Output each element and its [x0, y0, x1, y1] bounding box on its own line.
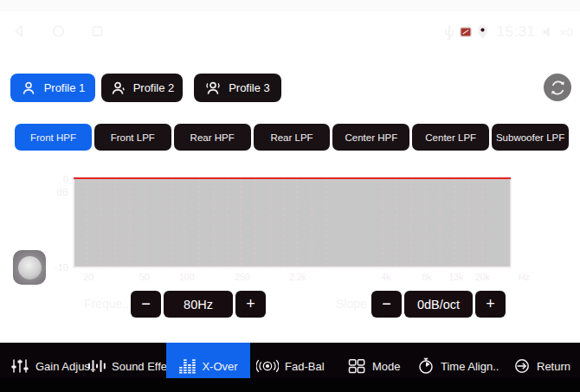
screen: 15:31 ×0 Profile 1Profile 2Profile 3 Fro… [0, 11, 580, 378]
filter-tab-label: Front HPF [30, 132, 76, 143]
home-button[interactable] [51, 23, 66, 39]
plot-area [74, 178, 511, 267]
equalizer-icon [178, 357, 196, 375]
x-tick-label: 8k [422, 272, 432, 282]
filter-tab-label: Center HPF [345, 132, 398, 143]
profile-tab-3[interactable]: Profile 3 [194, 74, 281, 102]
user-icon [21, 80, 36, 96]
filter-tab-label: Center LPF [425, 132, 476, 143]
crossover-chart-svg: 0dB-1020501002502.2k4k8k13k20kHz [43, 171, 533, 286]
filter-tab-front-hpf[interactable]: Front HPF [15, 124, 92, 151]
x-axis-unit: Hz [519, 272, 530, 282]
system-nav [12, 23, 105, 39]
dial-knob[interactable] [13, 250, 46, 285]
nav-item-label: Time Align.. [441, 360, 499, 373]
nav-item-label: X-Over [202, 360, 237, 373]
profile-tab-2[interactable]: Profile 2 [101, 74, 183, 102]
x-tick-label: 2.2k [289, 272, 307, 282]
knob-circle [18, 256, 42, 280]
refresh-icon [549, 79, 567, 97]
top-frame [0, 0, 580, 11]
return-arrow-icon [513, 357, 531, 375]
filter-tab-label: Subwoofer LPF [496, 132, 564, 143]
y-axis-label: dB [57, 187, 68, 197]
status-icons: 15:31 ×0 [443, 19, 573, 45]
filter-tab-subwoofer-lpf[interactable]: Subwoofer LPF [492, 124, 569, 151]
filter-tab-bar: Front HPFFront LPFRear HPFRear LPFCenter… [15, 124, 569, 151]
sd-card-icon [460, 27, 472, 37]
x-tick-label: 20k [475, 272, 491, 282]
x-tick-label: 50 [139, 272, 150, 282]
mode-grid-icon [347, 357, 366, 375]
profile-tab-label: Profile 2 [133, 81, 175, 94]
filter-tab-front-lpf[interactable]: Front LPF [94, 124, 171, 151]
filter-tab-label: Front LPF [111, 132, 155, 143]
sound-wave-icon [87, 358, 106, 374]
frequency-plus-button[interactable]: + [235, 291, 266, 318]
gain-sliders-icon [10, 357, 29, 375]
volume-level: ×0 [560, 26, 573, 39]
back-button[interactable] [12, 23, 27, 39]
slope-minus-button[interactable]: − [371, 291, 402, 318]
nav-item-label: Return [537, 360, 570, 373]
filter-tab-label: Rear LPF [270, 132, 313, 143]
x-tick-label: 13k [448, 272, 464, 282]
head-unit-screen: 15:31 ×0 Profile 1Profile 2Profile 3 Fro… [0, 0, 580, 392]
frequency-minus-button[interactable]: − [131, 291, 161, 318]
user-alt-icon [110, 80, 126, 96]
frequency-label: Freque.. [84, 291, 129, 318]
status-bar: 15:31 ×0 [0, 11, 580, 51]
home-icon [51, 23, 66, 39]
usb-icon [443, 24, 455, 41]
slope-plus-button[interactable]: + [475, 291, 506, 318]
slope-label: Slope [336, 291, 367, 318]
fader-balance-icon [256, 357, 279, 375]
x-tick-label: 250 [235, 272, 250, 282]
refresh-button[interactable] [544, 74, 571, 101]
bottom-frame [0, 378, 580, 392]
filter-tab-center-hpf[interactable]: Center HPF [332, 124, 409, 151]
user-group-icon [205, 80, 221, 96]
profile-tab-label: Profile 1 [44, 81, 86, 94]
y-tick-label: -10 [55, 262, 68, 273]
recents-icon [90, 23, 105, 39]
profile-tab-1[interactable]: Profile 1 [10, 74, 95, 102]
clock: 15:31 [497, 23, 536, 41]
recents-button[interactable] [90, 23, 105, 39]
timer-icon [417, 357, 435, 375]
filter-tab-center-lpf[interactable]: Center LPF [412, 124, 489, 151]
filter-tab-rear-hpf[interactable]: Rear HPF [174, 124, 251, 151]
nav-item-label: Sound Effe.. [112, 360, 173, 373]
slope-value: 0dB/oct [404, 291, 473, 318]
filter-tab-label: Rear HPF [190, 132, 235, 143]
mute-speaker-icon[interactable] [542, 26, 555, 38]
y-tick-label: 0 [63, 174, 68, 184]
frequency-value: 80Hz [164, 291, 233, 318]
x-tick-label: 4k [382, 272, 392, 282]
back-icon [12, 23, 27, 39]
filter-tab-rear-lpf[interactable]: Rear LPF [254, 124, 331, 151]
nav-item-label: Mode [372, 360, 401, 373]
location-icon [476, 24, 489, 40]
x-tick-label: 100 [179, 272, 195, 282]
crossover-chart: 0dB-1020501002502.2k4k8k13k20kHz [43, 171, 533, 286]
profile-tab-label: Profile 3 [229, 81, 270, 94]
x-tick-label: 20 [83, 272, 93, 282]
nav-item-label: Fad-Bal [285, 360, 325, 373]
